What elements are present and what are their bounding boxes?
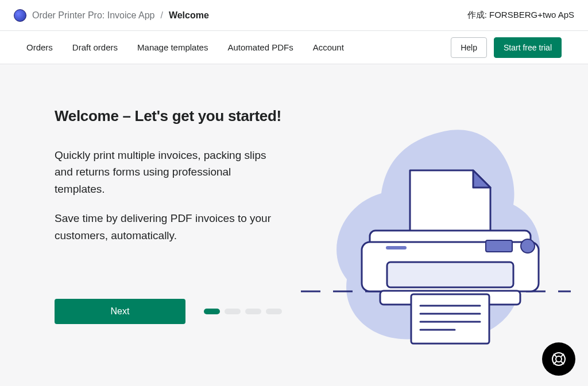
step-dot-4[interactable] <box>266 309 282 314</box>
nav-orders[interactable]: Orders <box>26 42 53 52</box>
nav-draft-orders[interactable]: Draft orders <box>72 42 118 52</box>
svg-rect-8 <box>411 294 489 344</box>
app-header: Order Printer Pro: Invoice App / Welcome… <box>0 0 588 31</box>
next-button[interactable]: Next <box>55 299 185 324</box>
welcome-title: Welcome – Let's get you started! <box>55 107 296 125</box>
nav-manage-templates[interactable]: Manage templates <box>137 42 208 52</box>
printer-illustration <box>301 119 571 360</box>
step-indicator <box>204 309 282 314</box>
chat-support-button[interactable] <box>542 342 575 376</box>
welcome-left-column: Welcome – Let's get you started! Quickly… <box>55 107 296 386</box>
breadcrumb-separator: / <box>160 10 163 21</box>
main-content: Welcome – Let's get you started! Quickly… <box>0 64 588 386</box>
step-dot-2[interactable] <box>225 309 241 314</box>
lifebuoy-icon <box>550 350 567 368</box>
nav-account[interactable]: Account <box>313 42 344 52</box>
breadcrumb-app[interactable]: Order Printer Pro: Invoice App <box>32 10 154 21</box>
help-button[interactable]: Help <box>451 37 487 58</box>
header-author: 作成: FORSBERG+two ApS <box>467 10 574 21</box>
welcome-paragraph-2: Save time by delivering PDF invoices to … <box>55 210 284 244</box>
wizard-controls: Next <box>55 299 296 324</box>
nav-automated-pdfs[interactable]: Automated PDFs <box>227 42 293 52</box>
app-logo-icon <box>14 9 26 22</box>
step-dot-3[interactable] <box>245 309 261 314</box>
svg-point-6 <box>521 239 535 253</box>
breadcrumb: Order Printer Pro: Invoice App / Welcome <box>14 9 209 22</box>
svg-rect-4 <box>386 246 407 249</box>
welcome-paragraph-1: Quickly print multiple invoices, packing… <box>55 147 284 197</box>
svg-point-14 <box>556 356 562 362</box>
svg-rect-7 <box>387 262 513 287</box>
nav-links: Orders Draft orders Manage templates Aut… <box>26 42 344 52</box>
start-free-trial-button[interactable]: Start free trial <box>494 37 562 58</box>
svg-rect-5 <box>486 240 512 252</box>
nav-actions: Help Start free trial <box>451 37 562 58</box>
step-dot-1[interactable] <box>204 309 220 314</box>
printer-icon <box>301 119 571 360</box>
nav-bar: Orders Draft orders Manage templates Aut… <box>0 31 588 64</box>
breadcrumb-current: Welcome <box>169 10 209 21</box>
